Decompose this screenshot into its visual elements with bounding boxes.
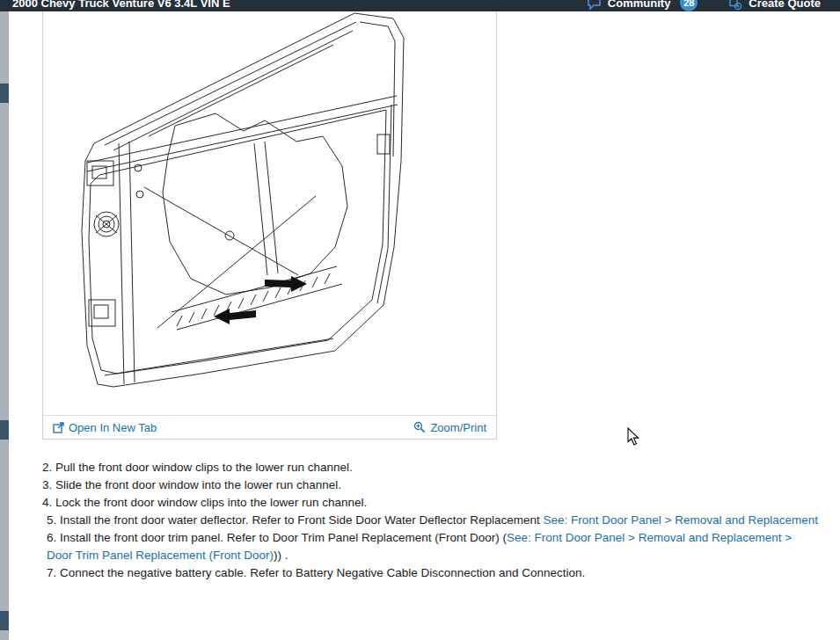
instruction-step-7: 7. Connect the negative battery cable. R… [42,564,820,582]
open-in-new-tab-label: Open In New Tab [69,421,157,434]
vehicle-title: 2000 Chevy Truck Venture V6 3.4L VIN E [12,0,230,10]
open-in-new-icon [53,422,64,433]
sidebar-rail-notch [0,611,9,630]
link-front-door-panel-removal-replacement[interactable]: See: Front Door Panel > Removal and Repl… [544,513,819,527]
instruction-step-5: 5. Install the front door water deflecto… [42,512,820,529]
community-count-badge: 28 [680,0,698,11]
mouse-cursor [627,427,645,450]
app-header: 2000 Chevy Truck Venture V6 3.4L VIN E C… [0,0,840,11]
chat-bubble-icon [587,0,602,11]
magnifier-plus-icon [413,421,426,433]
sidebar-rail-notch [0,420,9,440]
door-window-diagram-image [43,11,496,415]
create-quote-label: Create Quote [749,0,821,10]
community-button[interactable]: Community 28 [587,0,698,11]
instruction-step-3: 3. Slide the front door window into the … [42,476,820,494]
open-in-new-tab-link[interactable]: Open In New Tab [53,421,157,434]
instruction-step-2: 2. Pull the front door window clips to t… [42,459,820,476]
app-window: 2000 Chevy Truck Venture V6 3.4L VIN E C… [0,0,840,640]
zoom-print-label: Zoom/Print [430,421,486,434]
sidebar-rail-notch [0,84,9,103]
collapsed-sidebar-rail[interactable] [0,11,9,640]
diagram-canvas [43,11,496,415]
instruction-step-6: 6. Install the front door trim panel. Re… [42,529,820,564]
create-quote-button[interactable]: Create Quote [727,0,821,11]
instructions-list: 2. Pull the front door window clips to t… [42,459,820,582]
step-6-text-end: )) . [274,549,289,562]
zoom-print-link[interactable]: Zoom/Print [413,421,486,434]
step-5-text: 5. Install the front door water deflecto… [47,513,544,527]
step-6-text: 6. Install the front door trim panel. Re… [47,531,507,544]
quote-plus-icon [727,0,742,11]
diagram-toolbar: Open In New Tab Zoom/Print [43,415,496,439]
community-label: Community [608,0,671,10]
diagram-panel: Open In New Tab Zoom/Print [42,11,497,440]
instruction-step-4: 4. Lock the front door window clips into… [42,494,820,512]
